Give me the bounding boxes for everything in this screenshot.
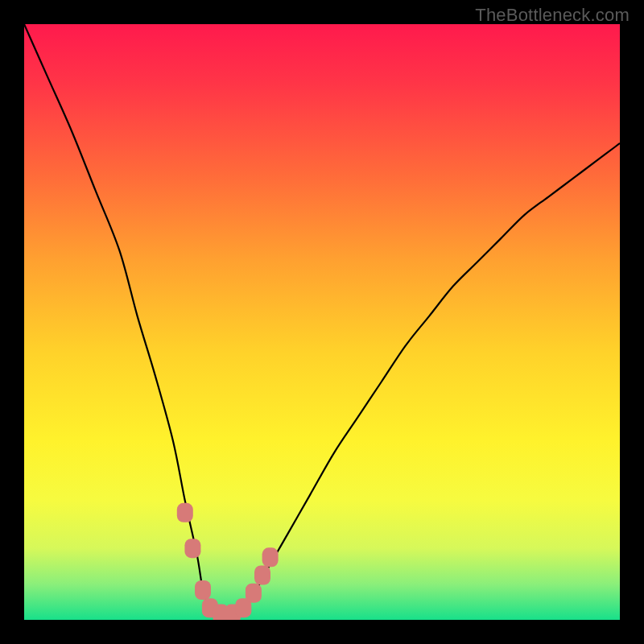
chart-container: TheBottleneck.com [0,0,644,644]
chart-svg [24,24,620,620]
highlight-marker [254,566,270,585]
highlight-marker [262,547,279,567]
plot-area [24,24,620,620]
gradient-background [24,24,620,620]
highlight-marker [246,584,262,603]
highlight-marker [177,503,193,522]
highlight-marker [184,539,200,558]
watermark-text: TheBottleneck.com [475,5,630,26]
highlight-marker [195,580,211,600]
